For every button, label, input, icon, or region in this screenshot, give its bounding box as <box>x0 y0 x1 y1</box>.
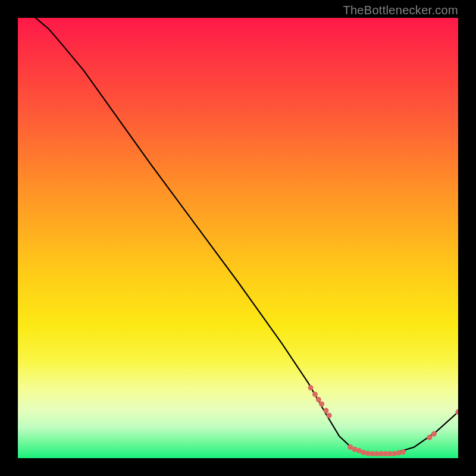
watermark-text: TheBottlenecker.com <box>343 4 458 17</box>
marker-dot <box>396 450 402 456</box>
chart-stage: TheBottlenecker.com <box>0 0 476 476</box>
marker-dot <box>361 450 366 455</box>
marker-dot <box>431 431 437 437</box>
marker-dot <box>308 385 314 390</box>
marker-dot <box>400 449 406 455</box>
marker-dot <box>324 408 329 414</box>
marker-dot <box>392 451 397 456</box>
marker-dot <box>427 435 432 440</box>
marker-dot <box>312 392 318 397</box>
marker-dot <box>327 413 332 418</box>
plot-area <box>18 18 458 458</box>
curve-layer <box>18 18 458 458</box>
marker-dot <box>316 397 321 402</box>
bottleneck-curve <box>36 18 458 454</box>
marker-dot <box>319 402 324 407</box>
